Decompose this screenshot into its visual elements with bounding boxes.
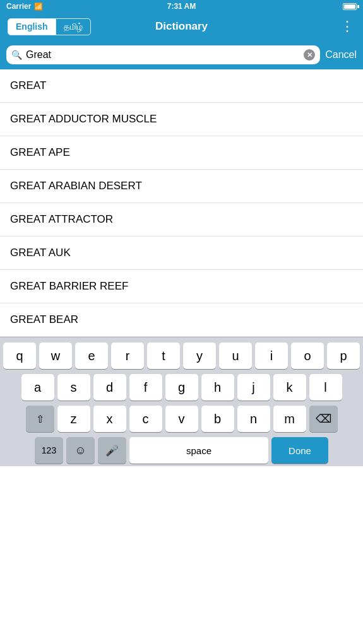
status-left: Carrier 📶: [6, 2, 43, 11]
key-m[interactable]: m: [273, 406, 306, 432]
results-list: GREATGREAT ADDUCTOR MUSCLEGREAT APEGREAT…: [0, 69, 363, 337]
status-time: 7:31 AM: [167, 2, 196, 11]
emoji-key[interactable]: ☺: [66, 437, 95, 464]
result-item[interactable]: GREAT ATTRACTOR: [0, 203, 363, 237]
key-l[interactable]: l: [309, 374, 342, 401]
nav-bar: English தமிழ் Dictionary ⋮: [0, 13, 363, 40]
keyboard-row-2: a s d f g h j k l: [3, 374, 360, 401]
carrier-label: Carrier: [6, 2, 31, 11]
key-p[interactable]: p: [327, 342, 360, 369]
clear-button[interactable]: ✕: [304, 49, 315, 61]
wifi-icon: 📶: [34, 3, 43, 11]
keyboard-row-4: 123 ☺ 🎤 space Done: [3, 437, 360, 464]
space-key[interactable]: space: [129, 437, 268, 464]
key-q[interactable]: q: [3, 342, 36, 369]
result-item[interactable]: GREAT APE: [0, 136, 363, 170]
status-bar: Carrier 📶 7:31 AM: [0, 0, 363, 13]
key-e[interactable]: e: [75, 342, 108, 369]
key-n[interactable]: n: [237, 406, 270, 432]
more-button[interactable]: ⋮: [340, 20, 355, 33]
battery-icon: [343, 3, 357, 10]
key-v[interactable]: v: [165, 406, 198, 432]
key-b[interactable]: b: [201, 406, 234, 432]
key-s[interactable]: s: [57, 374, 90, 401]
key-r[interactable]: r: [111, 342, 144, 369]
key-k[interactable]: k: [273, 374, 306, 401]
language-toggle[interactable]: English தமிழ்: [8, 18, 91, 35]
key-x[interactable]: x: [93, 406, 126, 432]
more-icon: ⋮: [340, 20, 355, 33]
keyboard-row-1: q w e r t y u i o p: [3, 342, 360, 369]
done-key[interactable]: Done: [271, 437, 328, 464]
status-right: [343, 3, 357, 10]
key-f[interactable]: f: [129, 374, 162, 401]
key-j[interactable]: j: [237, 374, 270, 401]
key-d[interactable]: d: [93, 374, 126, 401]
backspace-key[interactable]: ⌫: [309, 406, 338, 432]
lang-english-button[interactable]: English: [8, 19, 56, 35]
search-icon: 🔍: [11, 50, 22, 60]
battery-fill: [344, 4, 355, 9]
cancel-button[interactable]: Cancel: [325, 49, 357, 61]
keyboard-row-3: ⇧ z x c v b n m ⌫: [3, 406, 360, 432]
nav-title: Dictionary: [155, 20, 208, 33]
keyboard: q w e r t y u i o p a s d f g h j k l ⇧ …: [0, 337, 363, 466]
key-g[interactable]: g: [165, 374, 198, 401]
microphone-key[interactable]: 🎤: [98, 437, 126, 464]
result-item[interactable]: GREAT BEAR: [0, 303, 363, 337]
result-item[interactable]: GREAT: [0, 69, 363, 103]
numbers-key[interactable]: 123: [35, 437, 63, 464]
key-u[interactable]: u: [219, 342, 252, 369]
key-o[interactable]: o: [291, 342, 324, 369]
key-z[interactable]: z: [57, 406, 90, 432]
search-input[interactable]: [26, 49, 300, 61]
result-item[interactable]: GREAT ARABIAN DESERT: [0, 170, 363, 203]
key-a[interactable]: a: [21, 374, 54, 401]
search-input-wrap: 🔍 ✕: [6, 45, 320, 64]
result-item[interactable]: GREAT AUK: [0, 237, 363, 270]
result-item[interactable]: GREAT BARRIER REEF: [0, 270, 363, 303]
lang-tamil-button[interactable]: தமிழ்: [56, 19, 90, 35]
key-y[interactable]: y: [183, 342, 216, 369]
shift-key[interactable]: ⇧: [26, 406, 54, 432]
key-t[interactable]: t: [147, 342, 180, 369]
key-i[interactable]: i: [255, 342, 288, 369]
key-w[interactable]: w: [39, 342, 72, 369]
key-c[interactable]: c: [129, 406, 162, 432]
key-h[interactable]: h: [201, 374, 234, 401]
result-item[interactable]: GREAT ADDUCTOR MUSCLE: [0, 103, 363, 136]
search-bar: 🔍 ✕ Cancel: [0, 40, 363, 69]
